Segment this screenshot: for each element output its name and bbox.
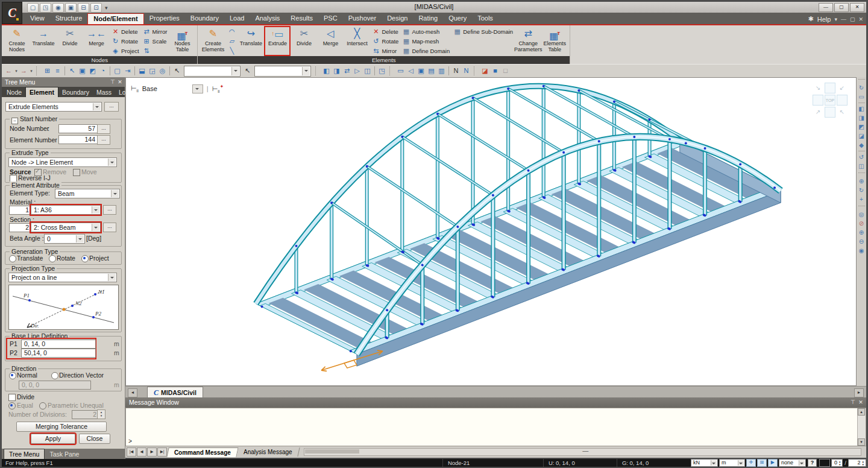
run-icon[interactable]: ▶ bbox=[768, 459, 778, 467]
translate-nodes-button[interactable]: →Translate bbox=[30, 26, 57, 56]
tab-command-message[interactable]: Command Message bbox=[166, 447, 238, 457]
activate-all-icon[interactable]: ▷ bbox=[352, 66, 362, 76]
rotate-dynamic-icon[interactable]: ↻ bbox=[857, 186, 866, 195]
node-number-toggle-icon[interactable]: N bbox=[451, 66, 461, 76]
pan-dynamic-icon[interactable]: + bbox=[857, 195, 866, 204]
force-unit-combo[interactable]: kN bbox=[691, 459, 718, 467]
selection-filter-combo[interactable] bbox=[254, 66, 311, 77]
splitter-handle[interactable]: — bbox=[582, 447, 588, 454]
msg-nav-last[interactable]: ▶| bbox=[157, 447, 167, 457]
select-pointer-icon[interactable]: ↖ bbox=[172, 66, 182, 76]
menu-tab-results[interactable]: Results bbox=[285, 13, 318, 24]
divide-parametric-radio[interactable] bbox=[39, 402, 46, 410]
redo-history-icon[interactable]: ▾ bbox=[29, 69, 34, 74]
extrude-elements-button[interactable]: ↑▭Extrude bbox=[264, 26, 291, 56]
model-tab[interactable]: C MIDAS/Civil bbox=[147, 387, 203, 398]
select-single-icon[interactable]: ↖ bbox=[67, 66, 77, 76]
beta-angle-combo[interactable]: 0 bbox=[44, 234, 85, 244]
zoom-fit-icon[interactable]: ◉ bbox=[857, 246, 866, 255]
node-number-more-button[interactable]: ... bbox=[97, 124, 110, 134]
node-number-input[interactable]: 57 bbox=[58, 124, 98, 133]
save-icon[interactable]: ▣ bbox=[65, 3, 77, 13]
lock-locked-icon[interactable]: □ bbox=[500, 66, 511, 76]
material-index-input[interactable]: 1 bbox=[9, 206, 32, 215]
qat-overflow-icon[interactable]: ▾ bbox=[103, 5, 110, 11]
section-index-input[interactable]: 2 bbox=[9, 223, 32, 232]
msg-nav-first[interactable]: |◀ bbox=[127, 447, 136, 457]
generation-translate-radio[interactable] bbox=[9, 255, 16, 262]
change-parameters-button[interactable]: ⇄ChangeParameters bbox=[515, 26, 541, 56]
help-menu[interactable]: Help bbox=[817, 16, 831, 23]
source-move-checkbox[interactable] bbox=[73, 169, 80, 176]
unselect-single-icon[interactable]: ⬓ bbox=[137, 66, 147, 76]
front-view-icon[interactable]: ◩ bbox=[857, 122, 866, 131]
select-by-tree-icon[interactable]: ≡ bbox=[52, 66, 63, 76]
menu-tab-tools[interactable]: Tools bbox=[472, 13, 498, 24]
menu-tab-pushover[interactable]: Pushover bbox=[343, 13, 382, 24]
select-polygon-icon[interactable]: ◩ bbox=[87, 66, 98, 76]
select-plane-icon[interactable]: ▢ bbox=[112, 66, 122, 76]
combo-arrow-icon[interactable] bbox=[108, 159, 116, 166]
tab-scroll-left-icon[interactable]: ◄ bbox=[128, 388, 137, 397]
menu-tab-analysis[interactable]: Analysis bbox=[250, 13, 285, 24]
auto-mesh-button[interactable]: ▦Auto-mesh bbox=[402, 27, 450, 36]
mirror-elements-button[interactable]: ⇆Mirror bbox=[372, 46, 398, 55]
save-version-icon[interactable]: ◉ bbox=[52, 3, 64, 13]
scroll-up-icon[interactable]: ▲ bbox=[858, 408, 865, 416]
command-prompt[interactable]: > bbox=[128, 438, 132, 445]
tab-mass[interactable]: Mass bbox=[93, 87, 115, 97]
redraw-icon[interactable]: ↺ bbox=[857, 153, 866, 162]
view-cube-corner-nw[interactable]: ↘ bbox=[813, 83, 823, 93]
create-plate-element-button[interactable]: ▱ bbox=[228, 37, 236, 45]
view-cube-corner-ne[interactable]: ↙ bbox=[837, 83, 848, 93]
panel-close-icon[interactable]: ✕ bbox=[116, 77, 124, 87]
msg-nav-next[interactable]: ▶ bbox=[147, 447, 157, 457]
display-option-icon[interactable]: ◁ bbox=[406, 66, 416, 76]
print-preview-icon[interactable]: ⊡ bbox=[90, 3, 102, 13]
direction-normal-radio[interactable] bbox=[9, 372, 16, 379]
unselect-all-icon[interactable]: ◎ bbox=[157, 66, 168, 76]
collapse-toggle-icon[interactable]: – bbox=[11, 118, 18, 124]
apply-button[interactable]: Apply bbox=[31, 434, 75, 444]
create-line-element-button[interactable]: ╲ bbox=[228, 46, 236, 55]
deactivate-icon[interactable]: ◨ bbox=[332, 66, 342, 76]
view-monitor-1-icon[interactable]: ▤ bbox=[426, 66, 436, 76]
divide-nodes-button[interactable]: ✂Divide bbox=[57, 26, 83, 56]
doc-minimize-button[interactable]: — bbox=[841, 16, 846, 22]
print-icon[interactable]: ⊟ bbox=[78, 3, 89, 13]
mirror-nodes-button[interactable]: ⇄Mirror bbox=[143, 27, 168, 36]
help-caret-icon[interactable]: ▾ bbox=[834, 16, 837, 22]
select-window-icon[interactable]: ▣ bbox=[77, 66, 87, 76]
lock-unlocked-icon[interactable]: ■ bbox=[490, 66, 500, 76]
redo-icon[interactable]: → bbox=[19, 66, 29, 76]
divisions-input[interactable]: 2 bbox=[72, 410, 99, 419]
dynamic-rotate-icon[interactable]: ↻ bbox=[857, 83, 866, 92]
select-color-swatch[interactable] bbox=[819, 459, 830, 467]
plane-combo[interactable] bbox=[192, 84, 203, 93]
element-number-input[interactable]: 144 bbox=[58, 135, 98, 144]
combo-arrow-icon[interactable] bbox=[92, 206, 99, 213]
render-view-icon[interactable]: ◫ bbox=[857, 162, 866, 171]
project-nodes-button[interactable]: ◈Project bbox=[112, 46, 139, 55]
angle-view-icon[interactable]: ◆ bbox=[857, 141, 866, 150]
new-file-icon[interactable]: ▢ bbox=[27, 3, 39, 13]
section-combo[interactable]: 2: Cross Beam bbox=[31, 223, 101, 232]
zoom-out-window-icon[interactable]: ⊘ bbox=[857, 219, 866, 228]
spin-b[interactable]: 2▲▼ bbox=[848, 459, 866, 467]
menu-tab-design[interactable]: Design bbox=[382, 13, 413, 24]
define-sub-domain-button[interactable]: ▦Define Sub-Domain bbox=[453, 27, 513, 36]
menu-tab-properties[interactable]: Properties bbox=[144, 13, 185, 24]
close-button[interactable]: ✕ bbox=[850, 3, 864, 12]
delete-nodes-button[interactable]: ✕Delete bbox=[112, 27, 139, 36]
zoom-out-icon[interactable]: ⊖ bbox=[857, 237, 866, 246]
view-cube-edge-s[interactable] bbox=[825, 107, 835, 118]
new-view-window-icon[interactable]: ▣ bbox=[416, 66, 426, 76]
mode-combo[interactable]: none bbox=[779, 459, 806, 467]
projection-type-combo[interactable]: Project on a line bbox=[8, 273, 117, 282]
tab-node[interactable]: Node bbox=[3, 87, 25, 97]
message-pin-icon[interactable]: ⊤ bbox=[849, 397, 857, 408]
elements-table-button[interactable]: ▦TElementsTable bbox=[541, 26, 568, 56]
nodes-table-button[interactable]: ▦TNodesTable bbox=[169, 26, 195, 56]
menu-tab-query[interactable]: Query bbox=[443, 13, 472, 24]
combo-arrow-icon[interactable] bbox=[93, 103, 101, 110]
